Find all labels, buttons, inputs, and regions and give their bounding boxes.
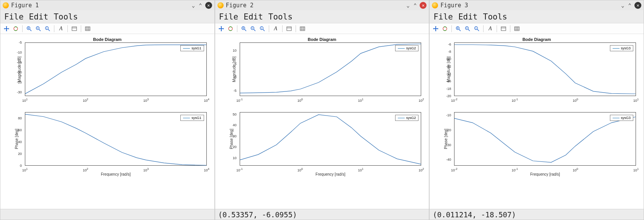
legend-label: sysG1 bbox=[191, 116, 201, 120]
text-icon[interactable]: A bbox=[57, 25, 65, 33]
x-tick-label: 10-2 bbox=[451, 96, 458, 103]
grid-icon[interactable] bbox=[513, 25, 521, 33]
minimize-icon[interactable]: ⌄ bbox=[191, 2, 196, 8]
pan-icon[interactable] bbox=[217, 25, 225, 33]
menu-edit[interactable]: Edit bbox=[458, 12, 478, 21]
data-curve bbox=[454, 43, 636, 96]
figure-window-1: Figure 1⌄⌃✕FileEditTools1ABode Diagramsy… bbox=[0, 0, 215, 220]
y-tick-label: -18 bbox=[446, 87, 454, 91]
svg-rect-26 bbox=[515, 27, 519, 31]
menu-tools[interactable]: Tools bbox=[483, 12, 507, 21]
maximize-icon[interactable]: ⌃ bbox=[413, 2, 417, 8]
x-tick-label: 10-2 bbox=[451, 166, 458, 172]
menu-file[interactable]: File bbox=[433, 12, 453, 21]
axes-box[interactable]: sysG3 bbox=[454, 42, 636, 96]
svg-rect-6 bbox=[72, 27, 77, 31]
x-tick-label: 101 bbox=[633, 166, 639, 172]
axes-box[interactable]: sysG2 bbox=[240, 112, 422, 166]
menubar: FileEditTools bbox=[0, 10, 214, 23]
y-tick-label: 40 bbox=[233, 123, 240, 127]
zoom-in-icon[interactable] bbox=[25, 25, 33, 33]
phase-subplot: sysG2102030405010-1100101102Phase [deg]F… bbox=[240, 112, 422, 166]
app-icon bbox=[217, 2, 224, 8]
legend[interactable]: sysG1 bbox=[180, 45, 204, 51]
zoom-out-icon[interactable] bbox=[34, 25, 42, 33]
zoom-reset-icon[interactable]: 1 bbox=[473, 25, 481, 33]
menu-edit[interactable]: Edit bbox=[29, 12, 49, 21]
legend[interactable]: sysG1 bbox=[180, 115, 204, 121]
menu-tools[interactable]: Tools bbox=[268, 12, 293, 21]
toolbar-separator bbox=[497, 25, 497, 32]
legend-swatch bbox=[183, 48, 190, 49]
pan-icon[interactable] bbox=[432, 25, 440, 33]
y-tick-label: 30 bbox=[233, 134, 240, 138]
y-tick-label: -5 bbox=[234, 89, 240, 93]
statusbar bbox=[0, 209, 214, 220]
zoom-reset-icon[interactable]: 1 bbox=[258, 25, 266, 33]
rotate-icon[interactable] bbox=[227, 25, 234, 33]
axes-box[interactable]: sysG3 bbox=[454, 112, 636, 166]
close-icon[interactable]: ✕ bbox=[634, 2, 641, 9]
minimize-icon[interactable]: ⌄ bbox=[405, 2, 410, 8]
toolbar-separator bbox=[54, 25, 54, 32]
menu-tools[interactable]: Tools bbox=[54, 12, 78, 21]
x-tick-label: 104 bbox=[204, 96, 209, 103]
text-icon[interactable]: A bbox=[486, 25, 494, 33]
zoom-in-icon[interactable] bbox=[454, 25, 462, 33]
x-tick-label: 100 bbox=[297, 96, 303, 103]
zoom-in-icon[interactable] bbox=[240, 25, 248, 33]
toolbar-separator bbox=[510, 25, 510, 32]
box-icon[interactable] bbox=[285, 25, 293, 33]
close-icon[interactable]: ✕ bbox=[205, 2, 212, 9]
data-curve bbox=[25, 43, 206, 96]
titlebar[interactable]: Figure 3⌄⌃✕ bbox=[430, 0, 644, 10]
legend[interactable]: sysG3 bbox=[610, 45, 634, 51]
plot-area[interactable]: Bode DiagramsysG2-5051010-1100101102Magn… bbox=[215, 34, 429, 209]
x-tick-label: 10-1 bbox=[236, 96, 243, 103]
axes-box[interactable]: sysG1 bbox=[25, 112, 207, 166]
grid-icon[interactable] bbox=[299, 25, 306, 33]
legend[interactable]: sysG2 bbox=[395, 115, 419, 121]
legend[interactable]: sysG2 bbox=[395, 45, 419, 51]
plot-area[interactable]: Bode DiagramsysG1-30-25-20-15-10-5101102… bbox=[0, 34, 214, 209]
close-icon[interactable]: ✕ bbox=[420, 2, 427, 9]
zoom-reset-icon[interactable]: 1 bbox=[44, 25, 51, 33]
legend[interactable]: sysG3 bbox=[610, 115, 634, 121]
chart-title: Bode Diagram bbox=[5, 37, 210, 42]
menu-edit[interactable]: Edit bbox=[244, 12, 263, 21]
axes-box[interactable]: sysG2 bbox=[240, 42, 422, 96]
axes-box[interactable]: sysG1 bbox=[25, 42, 207, 96]
menu-file[interactable]: File bbox=[219, 12, 239, 21]
zoom-out-icon[interactable] bbox=[464, 25, 471, 33]
titlebar[interactable]: Figure 2⌄⌃✕ bbox=[215, 0, 429, 10]
y-tick-label: -5 bbox=[19, 41, 25, 44]
chart-title: Bode Diagram bbox=[434, 37, 639, 42]
y-tick-label: -30 bbox=[17, 90, 25, 94]
x-tick-label: 102 bbox=[83, 96, 88, 103]
toolbar-separator bbox=[22, 25, 23, 32]
toolbar: 1A bbox=[215, 23, 429, 34]
toolbar-separator bbox=[282, 25, 283, 32]
box-icon[interactable] bbox=[500, 25, 507, 33]
toolbar-separator bbox=[269, 25, 269, 32]
grid-icon[interactable] bbox=[84, 25, 92, 33]
text-icon[interactable]: A bbox=[272, 25, 280, 33]
plot-area[interactable]: Bode DiagramsysG3-20-18-16-14-12-10-8-61… bbox=[430, 34, 644, 209]
y-tick-label: 10 bbox=[233, 49, 240, 52]
legend-swatch bbox=[398, 118, 405, 118]
rotate-icon[interactable] bbox=[12, 25, 20, 33]
legend-swatch bbox=[613, 118, 619, 118]
maximize-icon[interactable]: ⌃ bbox=[198, 2, 203, 8]
minimize-icon[interactable]: ⌄ bbox=[620, 2, 625, 8]
titlebar[interactable]: Figure 1⌄⌃✕ bbox=[0, 0, 214, 10]
legend-swatch bbox=[398, 48, 405, 49]
menu-file[interactable]: File bbox=[4, 12, 24, 21]
y-tick-label: 10 bbox=[233, 156, 240, 160]
zoom-out-icon[interactable] bbox=[249, 25, 257, 33]
rotate-icon[interactable] bbox=[441, 25, 449, 33]
box-icon[interactable] bbox=[70, 25, 78, 33]
y-tick-label: -10 bbox=[446, 113, 454, 117]
maximize-icon[interactable]: ⌃ bbox=[628, 2, 632, 8]
pan-icon[interactable] bbox=[3, 25, 10, 33]
y-tick-label: 60 bbox=[18, 128, 25, 132]
